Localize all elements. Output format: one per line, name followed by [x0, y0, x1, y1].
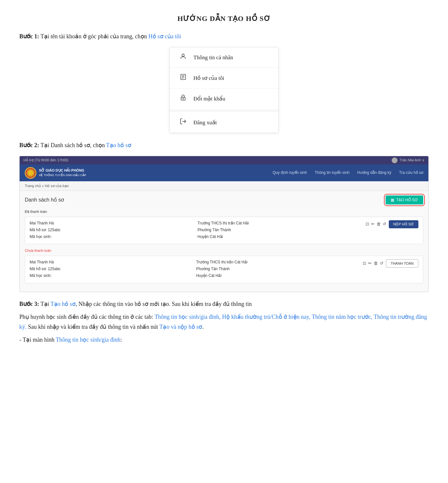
- edit-icon[interactable]: ✏: [371, 221, 375, 228]
- sc-topbar-right: Trần Mai Anh ∨: [392, 157, 425, 163]
- sc-record-paid-name: Mai Thanh Hà: [30, 220, 191, 226]
- sc-list-header: Danh sách hồ sơ ▦ TẠO HỒ SƠ: [25, 195, 423, 204]
- sc-user-avatar: [392, 157, 397, 163]
- sc-record-unpaid: Mai Thanh Hà Mã hồ sơ: 125abc Mã học sin…: [25, 256, 423, 283]
- sc-record-paid-code: Mã hồ sơ: 125abc: [30, 227, 191, 233]
- sc-record-paid-district: Phường Tân Thành: [198, 227, 359, 233]
- svg-point-6: [183, 99, 183, 99]
- document-icon: [179, 72, 188, 84]
- step3-text3: Phụ huynh học sinh điền đầy đủ các thông…: [19, 314, 154, 320]
- step1-line: Bước 1: Tại tên tài khoản ở góc phải của…: [19, 32, 429, 41]
- sc-record-unpaid-name: Mai Thanh Hà: [30, 259, 190, 265]
- sc-record-unpaid-studentid: Mã học sinh:: [30, 273, 190, 279]
- person-icon: [179, 52, 188, 63]
- menu-item-hoso[interactable]: Hồ sơ của tôi: [170, 68, 278, 89]
- delete-icon[interactable]: 🗑: [377, 221, 381, 228]
- step3-text2: , Nhập các thông tin vào hồ sơ mới tạo. …: [76, 301, 252, 307]
- sc-record-unpaid-code: Mã hồ sơ: 125abc: [30, 266, 190, 272]
- sc-btn-create-label: TẠO HỒ SƠ: [396, 198, 418, 202]
- step3-text1: Tại: [41, 301, 51, 307]
- menu-label-logout: Đăng xuất: [193, 118, 217, 127]
- dropdown-menu: Thông tin cá nhân Hồ sơ của tôi Đổi mật …: [169, 47, 279, 133]
- sc-nav-link-2[interactable]: Thông tin tuyển sinh: [315, 170, 350, 176]
- step3-line2: Phụ huynh học sinh điền đầy đủ các thông…: [19, 312, 429, 332]
- view-icon-2[interactable]: ⊡: [363, 260, 366, 267]
- menu-divider: [170, 111, 278, 111]
- step3-text7: :: [120, 336, 122, 343]
- sc-record-unpaid-row: Mai Thanh Hà Mã hồ sơ: 125abc Mã học sin…: [30, 259, 418, 280]
- step3-line1: Bước 3: Tại Tạo hồ sơ, Nhập các thông ti…: [19, 299, 429, 309]
- sc-record-paid: Mai Thanh Hà Mã hồ sơ: 125abc Mã học sin…: [25, 217, 423, 244]
- menu-item-logout[interactable]: Đăng xuất: [170, 112, 278, 133]
- edit-icon-2[interactable]: ✏: [368, 260, 372, 267]
- sc-breadcrumb: Trang chủ » Hồ sơ của bạn: [20, 181, 428, 191]
- sc-record-paid-county: Huyện Cát Hải: [198, 234, 359, 240]
- sc-nav-link-4[interactable]: Tra cứu hồ sơ: [399, 170, 423, 176]
- step3-link3[interactable]: Thông tin học sinh/gia đình: [56, 336, 120, 343]
- sc-list-title: Danh sách hồ sơ: [25, 196, 64, 204]
- sc-nav-link-1[interactable]: Quy định tuyển sinh: [273, 170, 307, 176]
- step3-link1[interactable]: Tạo hồ sơ: [51, 301, 76, 307]
- sc-record-unpaid-district: Phường Tân Thành: [196, 266, 356, 272]
- sc-section-unpaid: Chưa thanh toán: [25, 248, 423, 254]
- step3-text5: .: [202, 324, 204, 330]
- sc-record-unpaid-left: Mai Thanh Hà Mã hồ sơ: 125abc Mã học sin…: [30, 259, 190, 280]
- sc-logo-area: SỞ GIÁO DỤC HẢI PHÒNG HỆ THỐNG TUYỂN SIN…: [25, 167, 86, 179]
- sc-topbar-left: Hỗ trợ (Từ 8h00 đến 17h00): [23, 157, 68, 163]
- sc-record-unpaid-school: Trường THCS thị trấn Cát Hải: [196, 259, 356, 265]
- sc-record-paid-middle: Trường THCS thị trấn Cát Hải Phường Tân …: [198, 220, 359, 241]
- sc-btn-create[interactable]: ▦ TẠO HỒ SƠ: [386, 195, 423, 204]
- lock-icon: [179, 93, 188, 104]
- step3-text6: - Tại màn hình: [19, 336, 56, 343]
- sc-record-unpaid-actions: ⊡ ✏ 🗑 ↺ THANH TOÁN: [363, 259, 418, 268]
- sc-logo-emblem: [25, 167, 36, 179]
- menu-item-password[interactable]: Đổi mật khẩu: [170, 89, 278, 109]
- sc-record-unpaid-middle: Trường THCS thị trấn Cát Hải Phường Tân …: [196, 259, 356, 280]
- step3-link2[interactable]: Tạo và nộp hồ sơ: [159, 324, 202, 330]
- sc-icons-paid: ⊡ ✏ 🗑 ↺: [366, 221, 386, 228]
- sc-record-paid-actions: ⊡ ✏ 🗑 ↺ NỘP HỒ SƠ: [366, 220, 418, 228]
- sc-section-paid: Đã thanh toán: [25, 209, 423, 215]
- menu-label-password: Đổi mật khẩu: [193, 94, 225, 103]
- step3-line3: - Tại màn hình Thông tin học sinh/gia đì…: [19, 335, 429, 345]
- sc-content: Danh sách hồ sơ ▦ TẠO HỒ SƠ Đã thanh toá…: [20, 191, 428, 291]
- refresh-icon[interactable]: ↺: [383, 221, 386, 228]
- menu-label-profile: Thông tin cá nhân: [193, 53, 233, 62]
- sc-record-paid-school: Trường THCS thị trấn Cát Hải: [198, 220, 359, 226]
- sc-record-paid-studentid: Mã học sinh:: [30, 234, 191, 240]
- page-title: HƯỚNG DẪN TẠO HỒ SƠ: [19, 13, 429, 24]
- sc-btn-submit-paid[interactable]: NỘP HỒ SƠ: [389, 220, 418, 228]
- sc-nav-link-3[interactable]: Hướng dẫn đăng ký: [357, 170, 391, 176]
- sc-record-paid-left: Mai Thanh Hà Mã hồ sơ: 125abc Mã học sin…: [30, 220, 191, 241]
- sc-btn-create-icon: ▦: [391, 198, 394, 202]
- step2-link[interactable]: Tạo hồ sơ: [106, 142, 131, 148]
- sc-topbar: Hỗ trợ (Từ 8h00 đến 17h00) Trần Mai Anh …: [20, 156, 428, 165]
- step1-label: Bước 1:: [19, 33, 39, 40]
- sc-navbar: SỞ GIÁO DỤC HẢI PHÒNG HỆ THỐNG TUYỂN SIN…: [20, 165, 428, 181]
- step2-line: Bước 2: Tại Danh sách hồ sơ, chọn Tạo hồ…: [19, 141, 429, 150]
- delete-icon-2[interactable]: 🗑: [374, 260, 378, 267]
- sc-logo-text: SỞ GIÁO DỤC HẢI PHÒNG HỆ THỐNG TUYỂN SIN…: [39, 168, 86, 177]
- step2-label: Bước 2:: [19, 142, 39, 148]
- sc-icons-unpaid: ⊡ ✏ 🗑 ↺: [363, 260, 383, 267]
- step1-link[interactable]: Hồ sơ của tôi: [148, 33, 181, 40]
- step3-label: Bước 3:: [19, 301, 39, 307]
- menu-item-profile[interactable]: Thông tin cá nhân: [170, 47, 278, 68]
- step2-text: Tại Danh sách hồ sơ, chọn: [41, 142, 106, 148]
- logout-icon: [179, 117, 188, 128]
- sc-nav-links: Quy định tuyển sinh Thông tin tuyển sinh…: [273, 170, 423, 176]
- step1-text: Tại tên tài khoản ở góc phải của trang, …: [41, 33, 148, 40]
- sc-record-paid-row: Mai Thanh Hà Mã hồ sơ: 125abc Mã học sin…: [30, 220, 418, 241]
- screenshot-area: Hỗ trợ (Từ 8h00 đến 17h00) Trần Mai Anh …: [19, 156, 429, 292]
- refresh-icon-2[interactable]: ↺: [380, 260, 383, 267]
- svg-point-0: [182, 54, 184, 56]
- sc-btn-pay-unpaid[interactable]: THANH TOÁN: [386, 259, 418, 268]
- menu-label-hoso: Hồ sơ của tôi: [193, 74, 224, 82]
- view-icon[interactable]: ⊡: [366, 221, 369, 228]
- sc-record-unpaid-county: Huyện Cát Hải: [196, 273, 356, 279]
- step3-text4: Sau khi nhập và kiểm tra đầy đủ thông ti…: [27, 324, 160, 330]
